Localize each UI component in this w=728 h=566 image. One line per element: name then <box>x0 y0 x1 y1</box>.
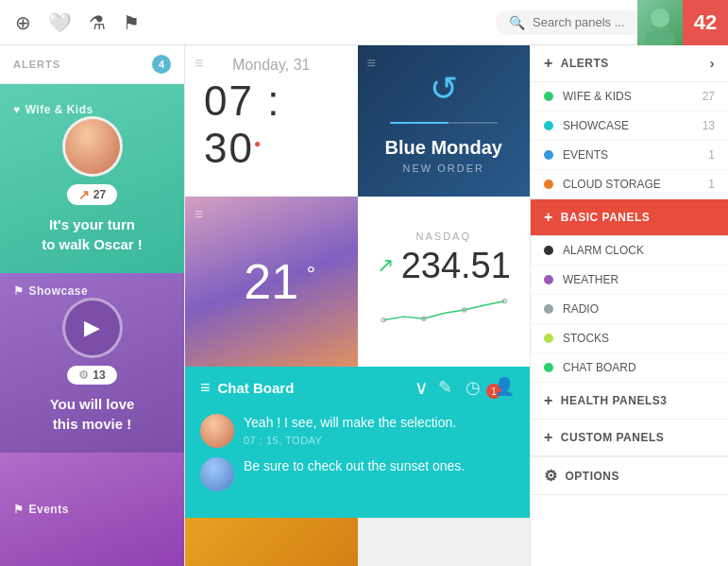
chat-header-title: ≡ Chat Board <box>200 378 405 398</box>
panel-stock: NASDAQ ↗ 234.51 <box>358 197 531 367</box>
clock-time: 07 : 30● <box>204 77 339 172</box>
chat-msg-time-1: 07 : 15, TODAY <box>244 435 515 446</box>
sidebar-section-options[interactable]: ⚙ OPTIONS <box>531 456 728 495</box>
sidebar-section-alerts[interactable]: + ALERTS › <box>531 45 728 82</box>
plus-icon-alerts: + <box>544 55 553 72</box>
music-icon: ↺ <box>430 69 458 109</box>
music-artist: NEW ORDER <box>403 163 484 174</box>
search-icon: 🔍 <box>509 15 525 30</box>
sidebar-item-stocks[interactable]: STOCKS <box>531 324 728 353</box>
chat-dropdown[interactable]: ∨ <box>415 376 429 399</box>
panel-clock: ≡ Monday, 31 07 : 30● <box>185 45 358 197</box>
showcase-text: You will lovethis movie ! <box>50 394 135 434</box>
degree-symbol: ° <box>307 261 316 287</box>
sidebar-section-basic[interactable]: + BASIC PANELS <box>531 199 728 236</box>
chat-message-2: Be sure to check out the sunset ones. <box>200 457 515 491</box>
dot-stocks <box>544 334 553 343</box>
edit-icon[interactable]: ✎ <box>438 377 452 398</box>
showcase-avatar: ▶ <box>62 298 123 358</box>
music-progress <box>390 122 498 124</box>
weather-temp: 21° <box>244 253 298 310</box>
clock-icon[interactable]: ◷ <box>466 377 481 398</box>
dot-wife-kids <box>544 92 553 101</box>
alerts-panel: ALERTS 4 ♥ Wife & Kids ↗ 27 It's your tu… <box>0 45 185 566</box>
stock-value: ↗ 234.51 <box>377 246 511 286</box>
gear-icon-small: ⚙ <box>78 369 89 382</box>
showcase-badge: ⚙ 13 <box>67 366 116 385</box>
alert-card-events[interactable]: ⚑ Events <box>0 453 184 566</box>
chat-msg-body-1: Yeah ! I see, will make the selection. 0… <box>244 414 515 446</box>
sidebar-item-events[interactable]: EVENTS 1 <box>531 141 728 170</box>
music-progress-bar <box>390 122 449 124</box>
flag-icon-small: ⚑ <box>13 284 25 298</box>
panel-weather: ≡ 21° <box>185 197 358 367</box>
alert-label-events: ⚑ Events <box>13 503 69 516</box>
chat-avatar-2 <box>200 457 234 491</box>
alert-label-showcase: ⚑ Showcase <box>0 275 101 298</box>
dot-radio <box>544 304 553 314</box>
panel-chat: ≡ Chat Board ∨ ✎ ◷ 👤 1 Yeah ! I <box>185 367 530 518</box>
clock-notification-dot: ● <box>254 137 262 150</box>
wife-badge: ↗ 27 <box>67 184 117 205</box>
top-bar: ⊕ 🤍 ⚗ ⚑ 🔍 ⚙ 42 <box>0 0 728 45</box>
music-title: Blue Monday <box>385 137 502 159</box>
top-bar-icons: ⊕ 🤍 ⚗ ⚑ <box>15 11 496 34</box>
avatar-image <box>637 0 683 45</box>
alerts-count: 4 <box>152 55 171 74</box>
sidebar-section-custom[interactable]: + CUSTOM PANELS <box>531 420 728 456</box>
alert-card-wife[interactable]: ♥ Wife & Kids ↗ 27 It's your turnto walk… <box>0 84 184 273</box>
chevron-icon-alerts: › <box>710 56 715 71</box>
panel-fitness: 760 kcal <box>185 518 358 566</box>
notification-count[interactable]: 42 <box>683 0 728 45</box>
menu-icon-weather[interactable]: ≡ <box>195 206 203 223</box>
flag-icon[interactable]: ⚑ <box>123 11 140 34</box>
dot-alarm-clock <box>544 246 553 255</box>
chat-menu-icon[interactable]: ≡ <box>200 378 211 398</box>
stock-chart <box>377 286 512 334</box>
sidebar-item-weather[interactable]: WEATHER <box>531 266 728 295</box>
middle-panels: ≡ Monday, 31 07 : 30● ≡ ↺ Blue Monday NE… <box>185 45 530 566</box>
dot-events <box>544 150 553 160</box>
sidebar-item-radio[interactable]: RADIO <box>531 295 728 324</box>
dot-showcase <box>544 121 553 130</box>
lab-icon[interactable]: ⚗ <box>89 11 106 34</box>
alert-label-wife: ♥ Wife & Kids <box>0 94 107 116</box>
svg-point-1 <box>645 30 675 45</box>
chat-message-1: Yeah ! I see, will make the selection. 0… <box>200 414 515 448</box>
dot-weather <box>544 275 553 284</box>
right-sidebar: + ALERTS › WIFE & KIDS 27 SHOWCASE 13 EV… <box>530 45 728 566</box>
sidebar-section-health[interactable]: + HEALTH PANELS 3 <box>531 383 728 420</box>
menu-icon-clock[interactable]: ≡ <box>195 55 203 72</box>
menu-icon-music[interactable]: ≡ <box>367 55 521 72</box>
alert-card-showcase[interactable]: ⚑ Showcase ▶ ⚙ 13 You will lovethis movi… <box>0 273 184 453</box>
sidebar-item-showcase[interactable]: SHOWCASE 13 <box>531 111 728 141</box>
gear-icon-options: ⚙ <box>544 467 558 485</box>
chat-msg-body-2: Be sure to check out the sunset ones. <box>244 457 515 476</box>
dot-cloud-storage <box>544 180 553 189</box>
sidebar-item-alarm-clock[interactable]: ALARM CLOCK <box>531 236 728 266</box>
alerts-title: ALERTS <box>13 59 60 70</box>
person-icon[interactable]: 👤 <box>494 377 515 396</box>
chat-msg-text-2: Be sure to check out the sunset ones. <box>244 457 515 476</box>
chat-avatar-1 <box>200 414 234 448</box>
chat-msg-text-1: Yeah ! I see, will make the selection. <box>244 414 515 433</box>
chat-header: ≡ Chat Board ∨ ✎ ◷ 👤 1 <box>185 367 530 408</box>
flag-icon-events: ⚑ <box>13 503 25 516</box>
plus-icon-basic: + <box>544 209 553 226</box>
person-icon-wrapper: 👤 1 <box>494 376 515 399</box>
sidebar-item-cloud-storage[interactable]: CLOUD STORAGE 1 <box>531 170 728 199</box>
plus-icon-custom: + <box>544 429 553 446</box>
wife-text: It's your turnto walk Oscar ! <box>42 214 143 254</box>
sidebar-item-wife-kids[interactable]: WIFE & KIDS 27 <box>531 82 728 111</box>
heart-icon[interactable]: 🤍 <box>48 11 72 34</box>
heart-icon-small: ♥ <box>13 103 21 116</box>
wife-avatar <box>62 116 123 177</box>
stock-arrow-icon: ↗ <box>377 253 394 278</box>
svg-point-0 <box>651 9 669 27</box>
arrow-icon: ↗ <box>78 187 90 202</box>
sidebar-item-chat-board[interactable]: CHAT BOARD <box>531 353 728 383</box>
clock-date: Monday, 31 <box>232 57 310 74</box>
alerts-header: ALERTS 4 <box>0 45 184 84</box>
plus-icon-health: + <box>544 392 553 409</box>
add-icon[interactable]: ⊕ <box>15 11 31 34</box>
